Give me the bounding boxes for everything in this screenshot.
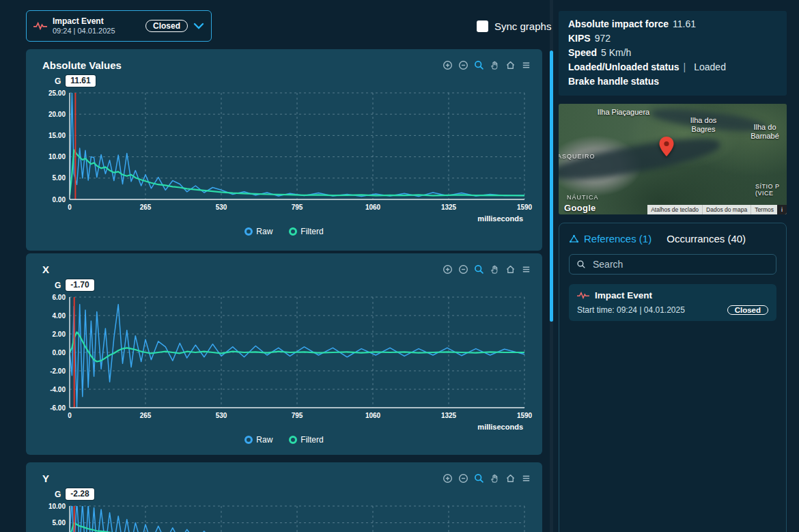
search-input[interactable] [591, 258, 769, 270]
zoom-tool-icon[interactable] [474, 473, 484, 484]
event-title: Impact Event [53, 16, 140, 26]
svg-text:1590: 1590 [517, 412, 533, 419]
cursor-readout: G -2.28 [55, 488, 534, 501]
menu-icon[interactable] [521, 473, 531, 484]
legend-item-raw[interactable]: Raw [244, 435, 272, 445]
pan-tool-icon[interactable] [490, 60, 500, 70]
google-logo: Google [564, 203, 596, 213]
svg-text:0: 0 [68, 412, 72, 419]
references-icon [569, 234, 579, 243]
chart-panel-x: X G -1.70 02655307951060132515906.004.00… [26, 253, 542, 455]
chart-modebar [443, 473, 531, 484]
svg-text:0.00: 0.00 [53, 349, 66, 356]
chart-plot-area[interactable]: 026553079510601325159025.0020.0015.0010.… [34, 89, 534, 214]
cursor-value-badge: 11.61 [66, 75, 95, 87]
legend-item-filtered[interactable]: Filterd [289, 227, 323, 236]
app-root: Impact Event 09:24 | 04.01.2025 Closed S… [0, 0, 799, 532]
chevron-down-icon[interactable] [193, 23, 204, 29]
chart-title: Y [42, 473, 49, 484]
menu-icon[interactable] [521, 264, 531, 275]
waveform-icon [33, 22, 47, 30]
filtered-series-dot [289, 436, 297, 444]
legend-label: Raw [256, 227, 272, 236]
info-label: Brake handle status [568, 76, 659, 87]
svg-text:5.00: 5.00 [53, 174, 66, 182]
chart-panel-absolute-values: Absolute Values G 11.61 0265530795106013… [26, 49, 542, 251]
scrollbar-thumb[interactable] [550, 51, 553, 322]
filtered-series-dot [289, 227, 297, 236]
map-attr-link[interactable]: Atalhos de teclado [647, 205, 702, 214]
event-selector[interactable]: Impact Event 09:24 | 04.01.2025 Closed [26, 10, 212, 42]
map-attr-link[interactable]: Dados do mapa [702, 205, 751, 214]
map-label: ASQUEIRO [559, 153, 595, 160]
chart-plot-area[interactable]: 026553079510601325159010.005.000.00-5.00… [34, 502, 534, 532]
chart-panel-y: Y G -2.28 026553079510601325159010.005.0… [26, 462, 542, 532]
chart-modebar [443, 60, 531, 70]
zoom-in-icon[interactable] [443, 60, 453, 70]
sync-graphs-control[interactable]: Sync graphs [477, 20, 551, 32]
map[interactable]: Ilha Piaçaguera Ilha dos Bagres Ilha do … [559, 104, 787, 214]
raw-series-dot [244, 436, 253, 444]
svg-text:1325: 1325 [441, 204, 457, 211]
svg-text:10.00: 10.00 [48, 503, 66, 510]
svg-text:1325: 1325 [441, 412, 457, 419]
info-label: Speed [568, 47, 597, 58]
chart-legend: Raw Filterd [34, 435, 534, 445]
reset-view-icon[interactable] [505, 60, 516, 70]
info-row: KIPS972 [568, 31, 777, 46]
chart-panel-header: Absolute Values [34, 57, 534, 72]
occurrence-card[interactable]: Impact Event Start time: 09:24 | 04.01.2… [569, 284, 776, 321]
legend-item-filtered[interactable]: Filterd [289, 435, 323, 445]
map-info-icon[interactable]: i [777, 205, 787, 214]
raw-series-dot [244, 227, 253, 236]
reset-view-icon[interactable] [505, 264, 516, 275]
menu-icon[interactable] [521, 60, 531, 70]
pan-tool-icon[interactable] [490, 473, 500, 484]
svg-text:0: 0 [68, 204, 72, 211]
sync-graphs-checkbox[interactable] [477, 20, 488, 32]
svg-text:2.00: 2.00 [53, 331, 66, 338]
svg-text:0.00: 0.00 [53, 196, 66, 204]
legend-label: Raw [256, 435, 272, 445]
svg-text:530: 530 [216, 204, 227, 211]
zoom-in-icon[interactable] [443, 264, 453, 275]
cursor-readout: G 11.61 [55, 74, 534, 87]
y-axis-unit: G [55, 490, 61, 499]
info-row: Loaded/Unloaded status|Loaded [568, 60, 777, 74]
info-label: KIPS [568, 33, 591, 44]
map-attr-link[interactable]: Termos [751, 205, 777, 214]
chart-plot-area[interactable]: 02655307951060132515906.004.002.000.00-2… [34, 293, 534, 423]
svg-text:4.00: 4.00 [53, 312, 66, 320]
zoom-out-icon[interactable] [458, 264, 468, 275]
zoom-tool-icon[interactable] [474, 264, 484, 275]
reset-view-icon[interactable] [505, 473, 516, 484]
info-row: Absolute impact force11.61 [568, 17, 777, 31]
svg-text:6.00: 6.00 [53, 294, 66, 301]
chart-panel-header: X [34, 262, 534, 277]
zoom-tool-icon[interactable] [474, 60, 484, 70]
map-label: NÁUTICA [567, 194, 599, 201]
status-badge: Closed [145, 20, 188, 32]
info-value: 5 Km/h [601, 47, 631, 58]
legend-label: Filterd [300, 227, 323, 236]
zoom-out-icon[interactable] [458, 473, 468, 484]
search-box[interactable] [569, 254, 776, 275]
tabs-row: References (1) Occurrances (40) [569, 233, 776, 244]
tab-occurrences[interactable]: Occurrances (40) [667, 233, 746, 244]
chart-title: Absolute Values [42, 59, 122, 71]
sync-graphs-label: Sync graphs [494, 20, 551, 32]
tab-references[interactable]: References (1) [569, 233, 651, 244]
svg-text:265: 265 [140, 412, 152, 419]
chart-legend: Raw Filterd [34, 227, 534, 236]
pan-tool-icon[interactable] [490, 264, 500, 275]
map-pin-icon[interactable] [659, 137, 674, 157]
svg-text:15.00: 15.00 [48, 132, 66, 139]
legend-item-raw[interactable]: Raw [244, 227, 272, 236]
svg-text:-2.00: -2.00 [50, 367, 66, 375]
event-selector-text: Impact Event 09:24 | 04.01.2025 [53, 16, 140, 36]
info-value: 11.61 [673, 18, 696, 29]
map-label: Ilha Piaçaguera [596, 108, 651, 117]
zoom-out-icon[interactable] [458, 60, 468, 70]
zoom-in-icon[interactable] [443, 473, 453, 484]
occurrences-panel: References (1) Occurrances (40) Impact E… [559, 223, 787, 532]
